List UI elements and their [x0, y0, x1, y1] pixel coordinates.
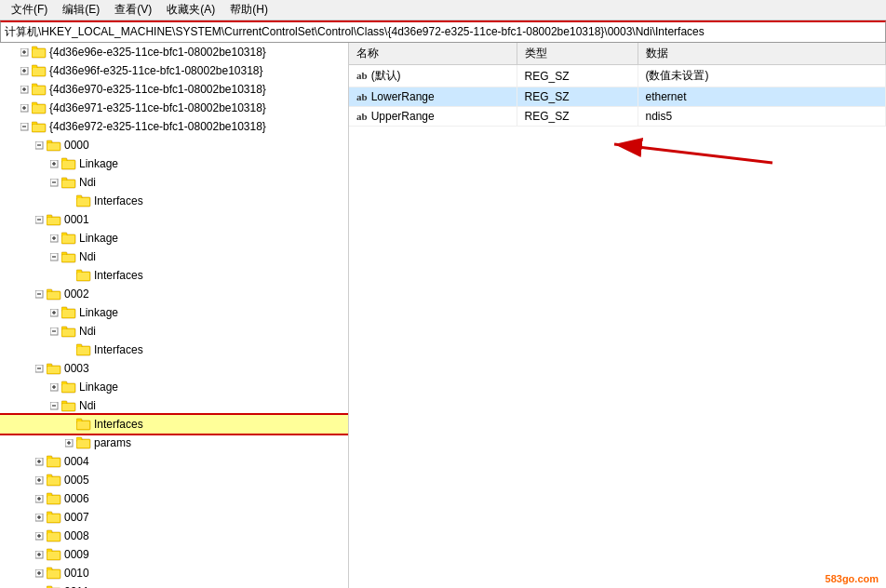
tree-node-n1[interactable]: {4d36e96e-e325-11ce-bfc1-08002be10318}	[0, 43, 348, 61]
collapse-icon[interactable]	[32, 138, 47, 153]
tree-node-n16[interactable]: Ndi	[0, 322, 348, 341]
expand-icon[interactable]	[32, 510, 47, 525]
folder-icon	[47, 548, 61, 561]
table-row[interactable]: ab LowerRangeREG_SZethernet	[349, 87, 886, 107]
folder-icon	[47, 455, 61, 468]
tree-node-n30[interactable]: 0011	[0, 582, 348, 588]
value-data: (数值未设置)	[638, 65, 886, 87]
svg-rect-128	[47, 496, 60, 503]
tree-node-n17[interactable]: Interfaces	[0, 341, 348, 359]
menu-file[interactable]: 文件(F)	[4, 0, 55, 20]
menu-edit[interactable]: 编辑(E)	[55, 0, 107, 20]
expand-icon[interactable]	[47, 305, 61, 320]
tree-node-n19[interactable]: Linkage	[0, 378, 348, 396]
expand-icon[interactable]	[32, 584, 47, 588]
expand-icon[interactable]	[32, 528, 47, 543]
tree-node-n25[interactable]: 0006	[0, 489, 348, 508]
watermark: 583go.com	[826, 573, 879, 584]
collapse-icon[interactable]	[32, 361, 47, 376]
expand-icon[interactable]	[32, 454, 47, 469]
tree-node-n12[interactable]: Ndi	[0, 247, 348, 266]
tree-node-n6[interactable]: 0000	[0, 136, 348, 154]
svg-rect-110	[77, 440, 89, 448]
expand-icon[interactable]	[17, 45, 32, 60]
collapse-icon[interactable]	[47, 324, 61, 339]
table-row[interactable]: ab UpperRangeREG_SZndis5	[349, 107, 886, 127]
tree-node-n3[interactable]: {4d36e970-e325-11ce-bfc1-08002be10318}	[0, 80, 348, 99]
expand-icon[interactable]	[32, 473, 47, 488]
collapse-icon[interactable]	[32, 287, 47, 301]
collapse-icon[interactable]	[47, 249, 61, 264]
tree-node-label: Linkage	[79, 157, 118, 170]
table-row[interactable]: ab (默认)REG_SZ(数值未设置)	[349, 65, 886, 87]
tree-node-label: 0002	[64, 287, 89, 301]
collapse-icon[interactable]	[47, 175, 61, 190]
folder-icon	[47, 213, 61, 226]
folder-icon	[76, 343, 91, 356]
value-name: ab (默认)	[349, 65, 517, 87]
values-panel: 名称 类型 数据 ab (默认)REG_SZ(数值未设置)ab LowerRan…	[349, 43, 886, 588]
tree-node-n8[interactable]: Ndi	[0, 173, 348, 192]
tree-node-n14[interactable]: 0002	[0, 285, 348, 303]
tree-node-label: 0003	[64, 362, 89, 375]
expand-icon[interactable]	[17, 100, 32, 115]
svg-rect-66	[77, 273, 89, 280]
tree-node-label: Interfaces	[94, 269, 143, 282]
values-table: 名称 类型 数据 ab (默认)REG_SZ(数值未设置)ab LowerRan…	[349, 43, 886, 127]
tree-node-n4[interactable]: {4d36e971-e325-11ce-bfc1-08002be10318}	[0, 99, 348, 117]
menu-view[interactable]: 查看(V)	[107, 0, 159, 20]
tree-node-n13[interactable]: Interfaces	[0, 266, 348, 285]
value-type: REG_SZ	[517, 65, 638, 87]
tree-node-n5[interactable]: {4d36e972-e325-11ce-bfc1-08002be10318}	[0, 117, 348, 136]
tree-node-n9[interactable]: Interfaces	[0, 192, 348, 210]
tree-node-label: Ndi	[79, 399, 96, 412]
expand-icon[interactable]	[61, 435, 76, 450]
tree-node-label: Linkage	[79, 232, 118, 245]
tree-node-n29[interactable]: 0010	[0, 564, 348, 582]
tree-node-n18[interactable]: 0003	[0, 359, 348, 378]
tree-node-n26[interactable]: 0007	[0, 508, 348, 527]
svg-rect-71	[47, 292, 60, 299]
expand-icon[interactable]	[17, 82, 32, 97]
collapse-icon[interactable]	[32, 212, 47, 227]
svg-rect-82	[62, 329, 74, 336]
tree-node-n7[interactable]: Linkage	[0, 154, 348, 173]
value-type: REG_SZ	[517, 87, 638, 107]
tree-node-n22[interactable]: params	[0, 434, 348, 452]
expand-icon[interactable]	[32, 547, 47, 562]
menu-favorites[interactable]: 收藏夹(A)	[159, 0, 222, 20]
svg-rect-17	[33, 87, 45, 94]
menu-bar: 文件(F) 编辑(E) 查看(V) 收藏夹(A) 帮助(H)	[0, 0, 886, 20]
expand-icon[interactable]	[47, 231, 61, 246]
tree-node-n2[interactable]: {4d36e96f-e325-11ce-bfc1-08002be10318}	[0, 61, 348, 80]
collapse-icon[interactable]	[17, 119, 32, 134]
table-header-row: 名称 类型 数据	[349, 43, 886, 65]
tree-node-label: 0008	[64, 529, 89, 542]
tree-node-label: 0007	[64, 511, 89, 524]
expand-icon[interactable]	[47, 156, 61, 171]
expand-icon[interactable]	[32, 566, 47, 581]
folder-icon	[61, 399, 76, 412]
tree-node-n27[interactable]: 0008	[0, 527, 348, 545]
svg-rect-27	[32, 122, 37, 125]
collapse-icon[interactable]	[47, 398, 61, 413]
address-text: 计算机\HKEY_LOCAL_MACHINE\SYSTEM\CurrentCon…	[5, 24, 705, 40]
tree-node-n20[interactable]: Ndi	[0, 396, 348, 415]
folder-icon	[32, 83, 47, 96]
tree-node-n10[interactable]: 0001	[0, 210, 348, 229]
svg-rect-52	[47, 218, 60, 224]
folder-icon	[32, 101, 47, 114]
tree-panel[interactable]: {4d36e96e-e325-11ce-bfc1-08002be10318} {…	[0, 43, 349, 588]
menu-help[interactable]: 帮助(H)	[222, 0, 275, 20]
tree-node-n24[interactable]: 0005	[0, 471, 348, 489]
tree-node-n11[interactable]: Linkage	[0, 229, 348, 247]
tree-node-n15[interactable]: Linkage	[0, 303, 348, 322]
tree-node-n23[interactable]: 0004	[0, 452, 348, 471]
expand-icon[interactable]	[47, 380, 61, 394]
expand-icon[interactable]	[32, 491, 47, 506]
svg-rect-51	[47, 215, 52, 218]
tree-node-n28[interactable]: 0009	[0, 545, 348, 564]
expand-icon[interactable]	[17, 63, 32, 78]
tree-node-n21[interactable]: Interfaces	[0, 415, 348, 434]
value-data: ethernet	[638, 87, 886, 107]
